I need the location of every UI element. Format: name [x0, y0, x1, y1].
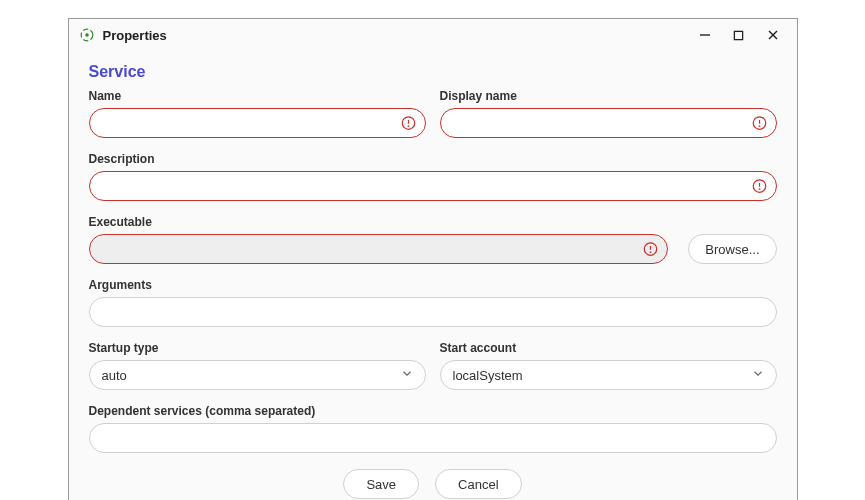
cancel-button[interactable]: Cancel: [435, 469, 521, 499]
warning-icon: [752, 179, 767, 194]
browse-button[interactable]: Browse...: [688, 234, 776, 264]
app-icon: [79, 27, 95, 43]
save-button[interactable]: Save: [343, 469, 419, 499]
svg-point-11: [759, 126, 760, 127]
dependent-services-input[interactable]: [89, 423, 777, 453]
window-title: Properties: [103, 28, 697, 43]
start-account-select[interactable]: [440, 360, 777, 390]
arguments-input[interactable]: [89, 297, 777, 327]
start-account-label: Start account: [440, 341, 777, 355]
properties-window: Properties Service Name: [68, 18, 798, 500]
dialog-actions: Save Cancel: [89, 469, 777, 499]
window-controls: [697, 27, 787, 43]
name-label: Name: [89, 89, 426, 103]
form-content: Service Name Display name: [69, 49, 797, 500]
dependent-services-label: Dependent services (comma separated): [89, 404, 777, 418]
maximize-button[interactable]: [731, 27, 747, 43]
warning-icon: [401, 116, 416, 131]
svg-point-1: [85, 33, 89, 37]
titlebar: Properties: [69, 19, 797, 49]
warning-icon: [752, 116, 767, 131]
display-name-label: Display name: [440, 89, 777, 103]
description-input[interactable]: [89, 171, 777, 201]
executable-input: [89, 234, 669, 264]
section-title: Service: [89, 63, 777, 81]
name-input[interactable]: [89, 108, 426, 138]
arguments-label: Arguments: [89, 278, 777, 292]
executable-label: Executable: [89, 215, 777, 229]
svg-point-17: [651, 252, 652, 253]
startup-type-select[interactable]: [89, 360, 426, 390]
minimize-button[interactable]: [697, 27, 713, 43]
warning-icon: [643, 242, 658, 257]
svg-rect-3: [734, 31, 742, 39]
close-button[interactable]: [765, 27, 781, 43]
svg-point-14: [759, 189, 760, 190]
svg-point-8: [408, 126, 409, 127]
display-name-input[interactable]: [440, 108, 777, 138]
description-label: Description: [89, 152, 777, 166]
startup-type-label: Startup type: [89, 341, 426, 355]
